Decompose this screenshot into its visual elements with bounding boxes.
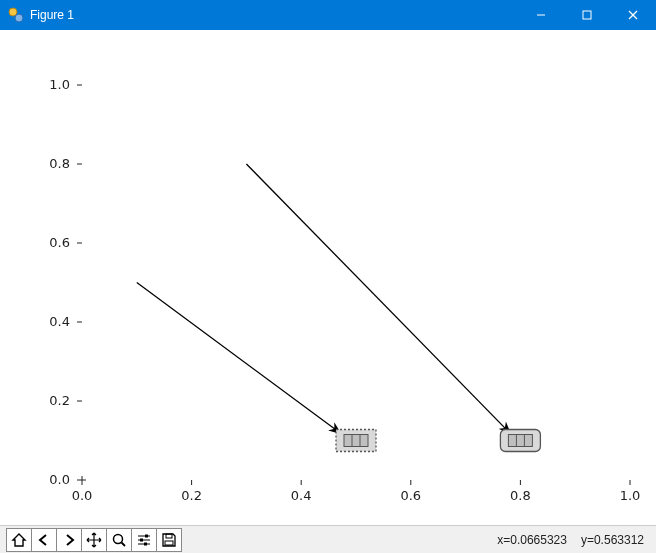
svg-text:0.2: 0.2 xyxy=(49,393,70,408)
svg-text:1.0: 1.0 xyxy=(620,488,641,503)
sliders-icon xyxy=(136,532,152,548)
save-icon xyxy=(161,532,177,548)
configure-subplots-button[interactable] xyxy=(131,528,157,552)
svg-rect-50 xyxy=(166,534,172,538)
window-title: Figure 1 xyxy=(30,8,518,22)
close-button[interactable] xyxy=(610,0,656,30)
maximize-icon xyxy=(582,10,592,20)
svg-point-1 xyxy=(15,14,23,22)
app-icon xyxy=(8,7,24,23)
home-button[interactable] xyxy=(6,528,32,552)
home-icon xyxy=(11,532,27,548)
forward-icon xyxy=(61,532,77,548)
svg-rect-3 xyxy=(583,11,591,19)
window-controls xyxy=(518,0,656,30)
svg-rect-47 xyxy=(140,538,143,541)
svg-text:0.4: 0.4 xyxy=(291,488,312,503)
svg-text:0.8: 0.8 xyxy=(49,156,70,171)
svg-text:0.4: 0.4 xyxy=(49,314,70,329)
svg-rect-35 xyxy=(344,435,368,447)
svg-line-43 xyxy=(122,542,126,546)
close-icon xyxy=(628,10,638,20)
svg-line-32 xyxy=(137,283,340,433)
maximize-button[interactable] xyxy=(564,0,610,30)
minimize-button[interactable] xyxy=(518,0,564,30)
svg-rect-39 xyxy=(508,435,532,447)
plot-canvas[interactable]: 0.00.20.40.60.81.00.00.20.40.60.81.0 xyxy=(0,30,656,525)
save-button[interactable] xyxy=(156,528,182,552)
zoom-button[interactable] xyxy=(106,528,132,552)
back-button[interactable] xyxy=(31,528,57,552)
svg-text:0.8: 0.8 xyxy=(510,488,531,503)
svg-text:1.0: 1.0 xyxy=(49,77,70,92)
chart-svg: 0.00.20.40.60.81.00.00.20.40.60.81.0 xyxy=(0,30,656,525)
cursor-x: x=0.0665323 xyxy=(497,533,567,547)
svg-text:0.0: 0.0 xyxy=(72,488,93,503)
statusbar: x=0.0665323 y=0.563312 xyxy=(0,525,656,553)
minimize-icon xyxy=(536,10,546,20)
figure-window: Figure 1 0.00.20.40.60.81.00.00.20.40.60… xyxy=(0,0,656,553)
cursor-coordinates: x=0.0665323 y=0.563312 xyxy=(497,533,650,547)
svg-point-42 xyxy=(114,534,123,543)
svg-text:0.6: 0.6 xyxy=(400,488,421,503)
svg-rect-51 xyxy=(165,541,173,545)
zoom-icon xyxy=(111,532,127,548)
forward-button[interactable] xyxy=(56,528,82,552)
cursor-y: y=0.563312 xyxy=(581,533,644,547)
svg-rect-45 xyxy=(145,534,148,537)
svg-text:0.0: 0.0 xyxy=(49,472,70,487)
svg-text:0.6: 0.6 xyxy=(49,235,70,250)
toolbar xyxy=(6,528,181,552)
svg-rect-49 xyxy=(144,542,147,545)
svg-point-0 xyxy=(9,8,17,16)
pan-button[interactable] xyxy=(81,528,107,552)
back-icon xyxy=(36,532,52,548)
pan-icon xyxy=(86,532,102,548)
titlebar: Figure 1 xyxy=(0,0,656,30)
svg-text:0.2: 0.2 xyxy=(181,488,202,503)
